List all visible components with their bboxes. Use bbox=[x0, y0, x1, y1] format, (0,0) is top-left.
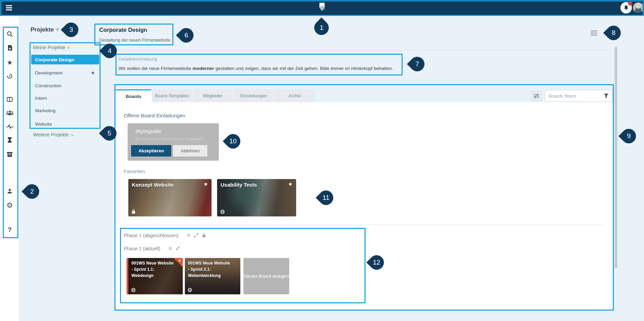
project-group-weitere-projekte[interactable]: Weitere Projekte▸ bbox=[33, 132, 74, 137]
annotation-box-description bbox=[115, 54, 403, 75]
lock-icon bbox=[202, 233, 206, 238]
callout-1: 1 bbox=[311, 17, 332, 38]
archive-icon[interactable] bbox=[0, 149, 19, 160]
sidebar-item-development[interactable]: Development ★ bbox=[31, 68, 99, 78]
phase-2-row: Phase 2 (aktuell) ≡ bbox=[124, 246, 180, 251]
app-logo[interactable] bbox=[316, 2, 328, 14]
team-icon[interactable] bbox=[0, 108, 19, 118]
bell-icon bbox=[623, 5, 629, 11]
favorites-star-icon[interactable]: ★ bbox=[0, 57, 19, 68]
callout-9: 9 bbox=[618, 126, 639, 146]
favorite-star-icon[interactable]: ★ bbox=[204, 181, 208, 187]
tab-boards[interactable]: Boards bbox=[115, 89, 152, 102]
callout-2: 2 bbox=[22, 181, 42, 202]
accept-invitation-button[interactable]: Akzeptieren bbox=[131, 145, 171, 157]
new-document-icon[interactable] bbox=[0, 43, 19, 53]
board-card-konzept-website[interactable]: Konzept Website ★ bbox=[128, 179, 212, 216]
globe-icon bbox=[220, 209, 225, 214]
callout-8: 8 bbox=[603, 23, 624, 43]
projects-panel-title: Projekte bbox=[31, 26, 54, 33]
sidebar-item-intern[interactable]: Intern bbox=[31, 93, 99, 103]
lock-icon bbox=[131, 209, 136, 214]
filter-settings-button[interactable] bbox=[531, 90, 542, 101]
project-star-icon[interactable]: ★ bbox=[91, 70, 95, 75]
search-icon[interactable] bbox=[0, 29, 19, 39]
tab-board-templates[interactable]: Board-Templates bbox=[152, 89, 192, 102]
divider bbox=[115, 50, 612, 50]
settings-gear-icon[interactable]: ⚙ bbox=[0, 200, 19, 210]
phase-menu-icon[interactable]: ≡ bbox=[169, 246, 172, 251]
collapse-icon[interactable] bbox=[175, 246, 180, 251]
page-title: Corporate Design bbox=[99, 27, 147, 33]
callout-6: 6 bbox=[176, 25, 196, 45]
description-text: Wir wollen die neue Firmenwebsite modern… bbox=[119, 66, 393, 71]
user-avatar[interactable] bbox=[633, 2, 644, 14]
sidebar-item-corporate-design[interactable]: Corporate Design bbox=[31, 55, 99, 64]
badge-count: 4 bbox=[179, 258, 181, 262]
icon-rail: ★ ⚙ ? bbox=[0, 16, 19, 321]
notification-dot bbox=[628, 1, 632, 6]
filter-funnel-icon[interactable] bbox=[603, 93, 609, 99]
tab-archiv[interactable]: Archiv bbox=[274, 89, 315, 102]
board-invitation-card: Styleguide Sie wurden auf dieses Board e… bbox=[128, 123, 219, 161]
boards-columns-icon[interactable] bbox=[0, 94, 19, 105]
phase-menu-icon[interactable]: ≡ bbox=[187, 232, 190, 238]
globe-icon bbox=[188, 288, 192, 292]
history-icon[interactable] bbox=[0, 71, 19, 81]
activity-icon[interactable] bbox=[0, 121, 19, 132]
board-card-sprint-1-1[interactable]: 001WS Neue Website - Sprint 1.1: Webdesi… bbox=[127, 258, 183, 294]
tab-einstellungen[interactable]: Einstellungen bbox=[233, 89, 274, 102]
page-subtitle: Gestaltung der neuen Firmenwebsite bbox=[99, 38, 170, 43]
project-group-meine-projekte[interactable]: Meine Projekte▾ bbox=[33, 45, 69, 50]
tab-mitglieder[interactable]: Mitglieder bbox=[192, 89, 233, 102]
divider bbox=[115, 80, 612, 80]
notifications-button[interactable] bbox=[620, 2, 632, 14]
invitations-section-title: Offene Board-Einladungen bbox=[124, 113, 185, 118]
callout-4: 4 bbox=[99, 41, 120, 61]
decline-invitation-button[interactable]: Ablehnen bbox=[173, 145, 207, 157]
chevron-right-icon: ▸ bbox=[71, 133, 74, 137]
badge-corner bbox=[173, 258, 183, 267]
app-window: ★ ⚙ ? Projekte + Meine Projekte▾ Corpora… bbox=[0, 0, 644, 321]
topbar bbox=[0, 0, 644, 16]
profile-icon[interactable] bbox=[0, 186, 19, 196]
sidebar-item-construction[interactable]: Construction bbox=[31, 81, 99, 90]
favorite-star-icon[interactable]: ★ bbox=[288, 181, 293, 187]
boards-filter-input[interactable] bbox=[545, 90, 613, 102]
time-tracking-icon[interactable] bbox=[0, 135, 19, 145]
vertical-scrollbar[interactable] bbox=[615, 47, 617, 268]
board-card-sprint-2-1[interactable]: 001WS Neue Website - Sprint 2.1: Webentw… bbox=[185, 258, 240, 294]
phase-1-row: Phase 1 (abgeschlossen) ≡ bbox=[124, 232, 206, 238]
callout-3: 3 bbox=[61, 19, 81, 40]
expand-icon[interactable] bbox=[194, 233, 198, 238]
description-label: Detailbeschreibung bbox=[119, 56, 157, 62]
divider bbox=[124, 225, 604, 225]
chevron-down-icon: ▾ bbox=[67, 45, 69, 50]
sliders-icon bbox=[533, 93, 540, 98]
add-project-button[interactable]: + bbox=[55, 25, 60, 34]
sidebar-item-website[interactable]: Website bbox=[31, 119, 99, 129]
globe-icon bbox=[131, 288, 136, 292]
main-menu-icon[interactable] bbox=[6, 5, 12, 10]
create-board-card[interactable]: Neues Board anlegen bbox=[243, 258, 289, 294]
invitation-message: Sie wurden auf dieses Board eingeladen. bbox=[135, 137, 205, 141]
invitation-board-name: Styleguide bbox=[135, 128, 162, 134]
favorites-section-title: Favoriten bbox=[124, 169, 145, 174]
sidebar-item-marketing[interactable]: Marketing bbox=[31, 106, 99, 115]
page-options-menu-icon[interactable] bbox=[591, 30, 597, 36]
board-card-usability-tests[interactable]: Usability Tests ★ bbox=[217, 179, 296, 216]
callout-7: 7 bbox=[407, 54, 427, 74]
help-icon[interactable]: ? bbox=[0, 225, 19, 235]
